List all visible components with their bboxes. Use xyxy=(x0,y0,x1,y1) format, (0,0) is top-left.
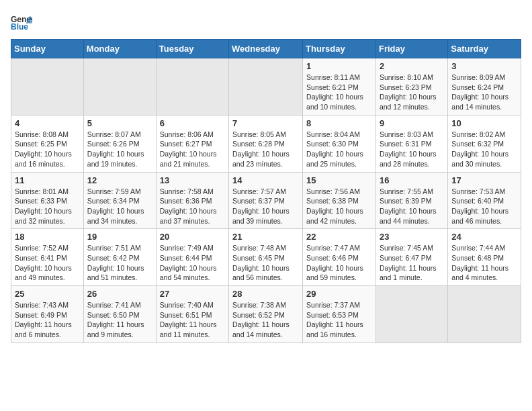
week-row-2: 4Sunrise: 8:08 AM Sunset: 6:25 PM Daylig… xyxy=(11,115,521,172)
day-cell-28: 28Sunrise: 7:38 AM Sunset: 6:52 PM Dayli… xyxy=(229,286,303,343)
day-cell-23: 23Sunrise: 7:45 AM Sunset: 6:47 PM Dayli… xyxy=(375,229,447,286)
day-cell-2: 2Sunrise: 8:10 AM Sunset: 6:23 PM Daylig… xyxy=(375,58,447,116)
day-cell-empty xyxy=(229,58,303,116)
day-number: 9 xyxy=(380,118,444,128)
calendar-table: SundayMondayTuesdayWednesdayThursdayFrid… xyxy=(11,39,521,343)
day-info: Sunrise: 8:10 AM Sunset: 6:23 PM Dayligh… xyxy=(380,73,444,112)
day-cell-29: 29Sunrise: 7:37 AM Sunset: 6:53 PM Dayli… xyxy=(303,286,376,343)
header: General Blue xyxy=(11,11,521,32)
day-number: 23 xyxy=(380,232,444,242)
day-cell-13: 13Sunrise: 7:58 AM Sunset: 6:36 PM Dayli… xyxy=(156,172,228,229)
day-cell-5: 5Sunrise: 8:07 AM Sunset: 6:26 PM Daylig… xyxy=(83,115,156,172)
day-number: 18 xyxy=(15,232,80,242)
day-number: 12 xyxy=(87,175,152,185)
day-cell-10: 10Sunrise: 8:02 AM Sunset: 6:32 PM Dayli… xyxy=(448,115,521,172)
day-number: 8 xyxy=(306,118,372,128)
day-cell-empty xyxy=(83,58,156,116)
day-cell-15: 15Sunrise: 7:56 AM Sunset: 6:38 PM Dayli… xyxy=(303,172,376,229)
day-number: 5 xyxy=(87,118,152,128)
day-info: Sunrise: 7:48 AM Sunset: 6:45 PM Dayligh… xyxy=(232,243,299,283)
svg-text:Blue: Blue xyxy=(11,22,28,32)
day-cell-17: 17Sunrise: 7:53 AM Sunset: 6:40 PM Dayli… xyxy=(448,172,521,229)
day-info: Sunrise: 7:44 AM Sunset: 6:48 PM Dayligh… xyxy=(451,243,517,283)
day-number: 14 xyxy=(232,175,299,185)
day-info: Sunrise: 7:55 AM Sunset: 6:39 PM Dayligh… xyxy=(380,187,444,226)
day-number: 20 xyxy=(160,232,225,242)
day-info: Sunrise: 7:52 AM Sunset: 6:41 PM Dayligh… xyxy=(15,243,80,283)
calendar-header: SundayMondayTuesdayWednesdayThursdayFrid… xyxy=(11,40,521,58)
day-number: 21 xyxy=(232,232,299,242)
day-number: 28 xyxy=(232,289,299,299)
day-cell-empty xyxy=(156,58,228,116)
week-row-3: 11Sunrise: 8:01 AM Sunset: 6:33 PM Dayli… xyxy=(11,172,521,229)
header-row: SundayMondayTuesdayWednesdayThursdayFrid… xyxy=(11,40,521,58)
day-info: Sunrise: 7:57 AM Sunset: 6:37 PM Dayligh… xyxy=(232,187,299,226)
day-cell-empty xyxy=(375,286,447,343)
day-number: 19 xyxy=(87,232,152,242)
day-number: 17 xyxy=(451,175,517,185)
day-number: 10 xyxy=(451,118,517,128)
day-cell-7: 7Sunrise: 8:05 AM Sunset: 6:28 PM Daylig… xyxy=(229,115,303,172)
day-cell-4: 4Sunrise: 8:08 AM Sunset: 6:25 PM Daylig… xyxy=(11,115,84,172)
logo: General Blue xyxy=(11,13,32,32)
day-cell-16: 16Sunrise: 7:55 AM Sunset: 6:39 PM Dayli… xyxy=(375,172,447,229)
day-info: Sunrise: 7:51 AM Sunset: 6:42 PM Dayligh… xyxy=(87,243,152,283)
day-cell-3: 3Sunrise: 8:09 AM Sunset: 6:24 PM Daylig… xyxy=(448,58,521,116)
day-number: 15 xyxy=(306,175,372,185)
day-cell-6: 6Sunrise: 8:06 AM Sunset: 6:27 PM Daylig… xyxy=(156,115,228,172)
day-info: Sunrise: 8:04 AM Sunset: 6:30 PM Dayligh… xyxy=(306,130,372,169)
day-info: Sunrise: 7:43 AM Sunset: 6:49 PM Dayligh… xyxy=(15,300,80,340)
day-info: Sunrise: 7:47 AM Sunset: 6:46 PM Dayligh… xyxy=(306,243,372,283)
day-cell-9: 9Sunrise: 8:03 AM Sunset: 6:31 PM Daylig… xyxy=(375,115,447,172)
header-day-sunday: Sunday xyxy=(11,40,84,58)
day-cell-27: 27Sunrise: 7:40 AM Sunset: 6:51 PM Dayli… xyxy=(156,286,228,343)
day-cell-12: 12Sunrise: 7:59 AM Sunset: 6:34 PM Dayli… xyxy=(83,172,156,229)
day-number: 7 xyxy=(232,118,299,128)
day-info: Sunrise: 7:56 AM Sunset: 6:38 PM Dayligh… xyxy=(306,187,372,226)
day-info: Sunrise: 7:40 AM Sunset: 6:51 PM Dayligh… xyxy=(160,300,225,340)
week-row-1: 1Sunrise: 8:11 AM Sunset: 6:21 PM Daylig… xyxy=(11,58,521,116)
day-number: 11 xyxy=(15,175,80,185)
day-number: 16 xyxy=(380,175,444,185)
day-cell-22: 22Sunrise: 7:47 AM Sunset: 6:46 PM Dayli… xyxy=(303,229,376,286)
day-cell-24: 24Sunrise: 7:44 AM Sunset: 6:48 PM Dayli… xyxy=(448,229,521,286)
day-info: Sunrise: 7:59 AM Sunset: 6:34 PM Dayligh… xyxy=(87,187,152,226)
header-day-wednesday: Wednesday xyxy=(229,40,303,58)
day-info: Sunrise: 7:45 AM Sunset: 6:47 PM Dayligh… xyxy=(380,243,444,283)
calendar-body: 1Sunrise: 8:11 AM Sunset: 6:21 PM Daylig… xyxy=(11,58,521,343)
day-number: 26 xyxy=(87,289,152,299)
day-number: 22 xyxy=(306,232,372,242)
day-number: 6 xyxy=(160,118,225,128)
week-row-5: 25Sunrise: 7:43 AM Sunset: 6:49 PM Dayli… xyxy=(11,286,521,343)
day-info: Sunrise: 7:38 AM Sunset: 6:52 PM Dayligh… xyxy=(232,300,299,340)
day-number: 3 xyxy=(451,61,517,71)
day-number: 24 xyxy=(451,232,517,242)
day-cell-1: 1Sunrise: 8:11 AM Sunset: 6:21 PM Daylig… xyxy=(303,58,376,116)
day-cell-25: 25Sunrise: 7:43 AM Sunset: 6:49 PM Dayli… xyxy=(11,286,84,343)
day-info: Sunrise: 7:37 AM Sunset: 6:53 PM Dayligh… xyxy=(306,300,372,340)
day-cell-21: 21Sunrise: 7:48 AM Sunset: 6:45 PM Dayli… xyxy=(229,229,303,286)
day-number: 13 xyxy=(160,175,225,185)
day-info: Sunrise: 7:53 AM Sunset: 6:40 PM Dayligh… xyxy=(451,187,517,226)
week-row-4: 18Sunrise: 7:52 AM Sunset: 6:41 PM Dayli… xyxy=(11,229,521,286)
generalblue-icon: General Blue xyxy=(11,13,32,32)
day-info: Sunrise: 8:08 AM Sunset: 6:25 PM Dayligh… xyxy=(15,130,80,169)
header-day-monday: Monday xyxy=(83,40,156,58)
day-info: Sunrise: 8:02 AM Sunset: 6:32 PM Dayligh… xyxy=(451,130,517,169)
page: General Blue SundayMondayTuesdayWednesda… xyxy=(0,0,532,350)
day-info: Sunrise: 8:06 AM Sunset: 6:27 PM Dayligh… xyxy=(160,130,225,169)
day-info: Sunrise: 7:58 AM Sunset: 6:36 PM Dayligh… xyxy=(160,187,225,226)
day-number: 1 xyxy=(306,61,372,71)
day-info: Sunrise: 8:09 AM Sunset: 6:24 PM Dayligh… xyxy=(451,73,517,112)
day-cell-11: 11Sunrise: 8:01 AM Sunset: 6:33 PM Dayli… xyxy=(11,172,84,229)
day-number: 27 xyxy=(160,289,225,299)
header-day-tuesday: Tuesday xyxy=(156,40,228,58)
day-cell-20: 20Sunrise: 7:49 AM Sunset: 6:44 PM Dayli… xyxy=(156,229,228,286)
day-info: Sunrise: 8:11 AM Sunset: 6:21 PM Dayligh… xyxy=(306,73,372,112)
day-cell-8: 8Sunrise: 8:04 AM Sunset: 6:30 PM Daylig… xyxy=(303,115,376,172)
day-number: 29 xyxy=(306,289,372,299)
day-info: Sunrise: 8:01 AM Sunset: 6:33 PM Dayligh… xyxy=(15,187,80,226)
day-cell-empty xyxy=(448,286,521,343)
day-number: 4 xyxy=(15,118,80,128)
day-info: Sunrise: 7:49 AM Sunset: 6:44 PM Dayligh… xyxy=(160,243,225,283)
